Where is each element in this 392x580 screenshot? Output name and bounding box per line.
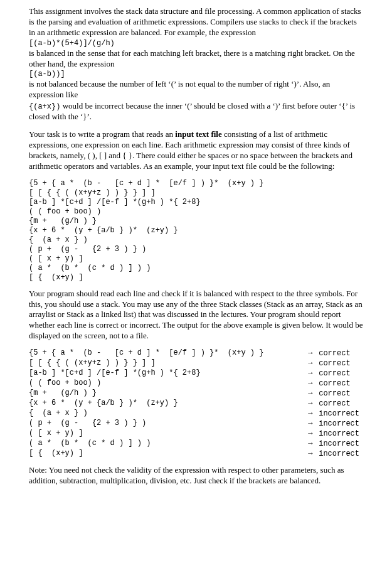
- result-status: → correct: [307, 389, 363, 399]
- task-paragraph: Your task is to write a program that rea…: [29, 129, 363, 172]
- input-line: {x + 6 * (y + {a/b } )* (z+y) }: [29, 226, 363, 235]
- result-expr: ( [ x + y) ]: [29, 429, 83, 439]
- output-results-block: {5 + { a * (b - [c + d ] * [e/f ] ) }* (…: [29, 348, 363, 459]
- result-status: → correct: [307, 379, 363, 389]
- result-expr: {m + (g/h ) }: [29, 389, 97, 399]
- intro-expr-1: [(a-b)*(5+4)]/(g/h): [29, 39, 363, 48]
- arrow-icon: →: [307, 399, 314, 407]
- result-status: → correct: [307, 358, 363, 368]
- input-line: ( p + (g - {2 + 3 ) } ): [29, 245, 363, 254]
- arrow-icon: →: [307, 419, 314, 427]
- arrow-icon: →: [307, 439, 314, 448]
- result-expr: ( a * (b * (c * d ) ] ) ): [29, 439, 151, 449]
- status-text: correct: [319, 349, 350, 358]
- result-status: → incorrect: [307, 439, 363, 449]
- arrow-icon: →: [307, 358, 314, 367]
- task-bold: input text file: [175, 129, 221, 139]
- intro-paragraph-2: is balanced in the sense that for each m…: [29, 48, 363, 70]
- input-line: ( [ x + y) ]: [29, 254, 363, 264]
- arrow-icon: →: [307, 368, 314, 377]
- status-text: correct: [319, 359, 350, 368]
- input-line: ( ( foo + boo) ): [29, 207, 363, 217]
- note-paragraph: Note: You need not check the validity of…: [29, 465, 363, 486]
- result-row: ( [ x + y) ] → incorrect: [29, 429, 363, 439]
- intro-text-3b: would be incorrect because the inner ‘(’…: [29, 101, 355, 121]
- result-row: ( a * (b * (c * d ) ] ) ) → incorrect: [29, 439, 363, 449]
- result-status: → incorrect: [307, 419, 363, 429]
- result-row: [a-b ] *[c+d ] /[e-f ] *(g+h ) *{ 2+8} →…: [29, 368, 363, 379]
- input-line: { (a + x } ): [29, 235, 363, 245]
- result-expr: ( ( foo + boo) ): [29, 379, 101, 389]
- status-text: correct: [319, 399, 350, 408]
- result-status: → correct: [307, 399, 363, 409]
- input-line: [a-b ] *[c+d ] /[e-f ] *(g+h ) *{ 2+8}: [29, 198, 363, 207]
- arrow-icon: →: [307, 348, 314, 357]
- arrow-icon: →: [307, 379, 314, 387]
- result-row: {5 + { a * (b - [c + d ] * [e/f ] ) }* (…: [29, 348, 363, 358]
- result-status: → correct: [307, 368, 363, 379]
- result-expr: [ { (x+y) ]: [29, 449, 83, 459]
- input-line: {m + (g/h ) }: [29, 217, 363, 226]
- result-row: {x + 6 * (y + {a/b } )* (z+y) } → correc…: [29, 399, 363, 409]
- status-text: correct: [319, 369, 350, 378]
- result-status: → incorrect: [307, 409, 363, 419]
- input-line: {5 + { a * (b - [c + d ] * [e/f ] ) }* (…: [29, 179, 363, 188]
- result-status: → incorrect: [307, 449, 363, 459]
- intro-expr-2: [(a-b))]: [29, 70, 363, 79]
- input-line: [ [ { { ( (x+y+z ) ) } } ] ]: [29, 188, 363, 198]
- result-row: ( ( foo + boo) ) → correct: [29, 379, 363, 389]
- result-row: [ [ { { ( (x+y+z ) ) } } ] ] → correct: [29, 358, 363, 368]
- task-text-a: Your task is to write a program that rea…: [29, 129, 175, 139]
- result-row: {m + (g/h ) } → correct: [29, 389, 363, 399]
- result-expr: [a-b ] *[c+d ] /[e-f ] *(g+h ) *{ 2+8}: [29, 368, 201, 379]
- explain-paragraph: Your program should read each line and c…: [29, 289, 363, 341]
- input-line: [ { (x+y) ]: [29, 273, 363, 282]
- result-row: { (a + x } ) → incorrect: [29, 409, 363, 419]
- result-status: → incorrect: [307, 429, 363, 439]
- intro-paragraph-3: is not balanced because the number of le…: [29, 79, 363, 100]
- arrow-icon: →: [307, 409, 314, 417]
- input-line: ( a * (b * (c * d ) ] ) ): [29, 264, 363, 273]
- result-expr: ( p + (g - {2 + 3 ) } ): [29, 419, 146, 429]
- status-text: correct: [319, 389, 350, 398]
- intro-expr-3: {(a+x}): [29, 102, 60, 111]
- status-text: incorrect: [319, 409, 359, 418]
- intro-paragraph-1: This assignment involves the stack data …: [29, 6, 363, 38]
- status-text: incorrect: [319, 439, 359, 448]
- arrow-icon: →: [307, 449, 314, 458]
- status-text: incorrect: [319, 449, 359, 458]
- status-text: incorrect: [319, 429, 359, 438]
- intro-paragraph-3b: {(a+x}) would be incorrect because the i…: [29, 101, 363, 122]
- result-row: [ { (x+y) ] → incorrect: [29, 449, 363, 459]
- result-expr: { (a + x } ): [29, 409, 88, 419]
- result-expr: {x + 6 * (y + {a/b } )* (z+y) }: [29, 399, 178, 409]
- result-expr: [ [ { { ( (x+y+z ) ) } } ] ]: [29, 358, 156, 368]
- arrow-icon: →: [307, 429, 314, 438]
- result-status: → correct: [307, 348, 363, 358]
- arrow-icon: →: [307, 389, 314, 397]
- status-text: correct: [319, 379, 350, 388]
- status-text: incorrect: [319, 419, 359, 428]
- input-file-block: {5 + { a * (b - [c + d ] * [e/f ] ) }* (…: [29, 179, 363, 282]
- result-expr: {5 + { a * (b - [c + d ] * [e/f ] ) }* (…: [29, 348, 263, 358]
- result-row: ( p + (g - {2 + 3 ) } ) → incorrect: [29, 419, 363, 429]
